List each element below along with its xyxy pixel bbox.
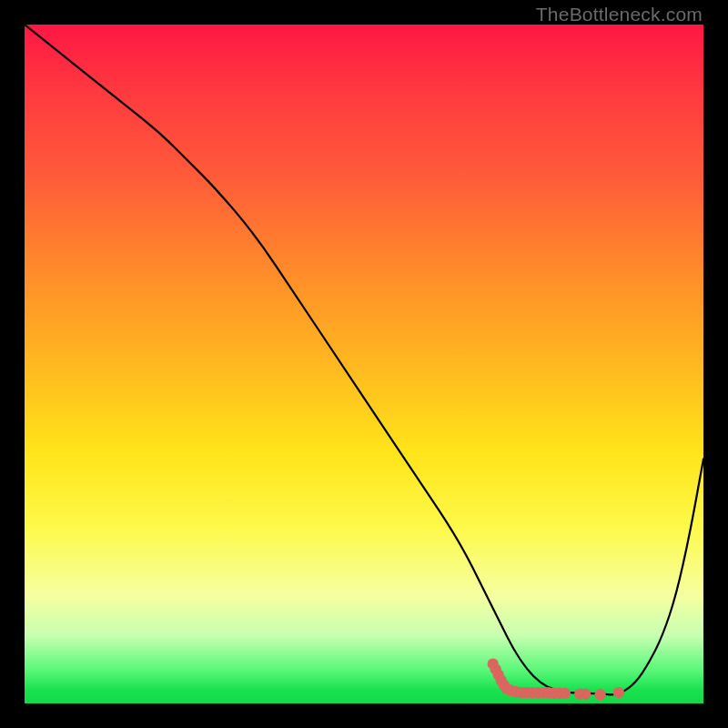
chart-curve bbox=[25, 25, 703, 694]
chart-marker bbox=[594, 689, 605, 700]
chart-frame bbox=[25, 25, 703, 703]
chart-marker bbox=[560, 688, 571, 699]
chart-overlay-svg bbox=[25, 25, 703, 703]
chart-marker bbox=[613, 687, 624, 698]
watermark-text: TheBottleneck.com bbox=[536, 4, 703, 25]
chart-marker bbox=[580, 688, 591, 699]
chart-markers bbox=[488, 659, 625, 701]
